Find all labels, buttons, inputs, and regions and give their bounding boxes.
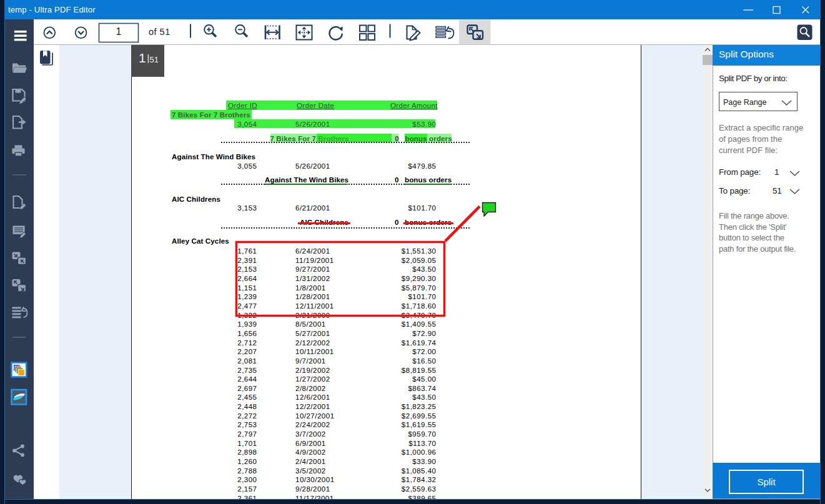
svg-text:1: 1 [116,26,122,37]
svg-text:of 51: of 51 [149,27,170,37]
